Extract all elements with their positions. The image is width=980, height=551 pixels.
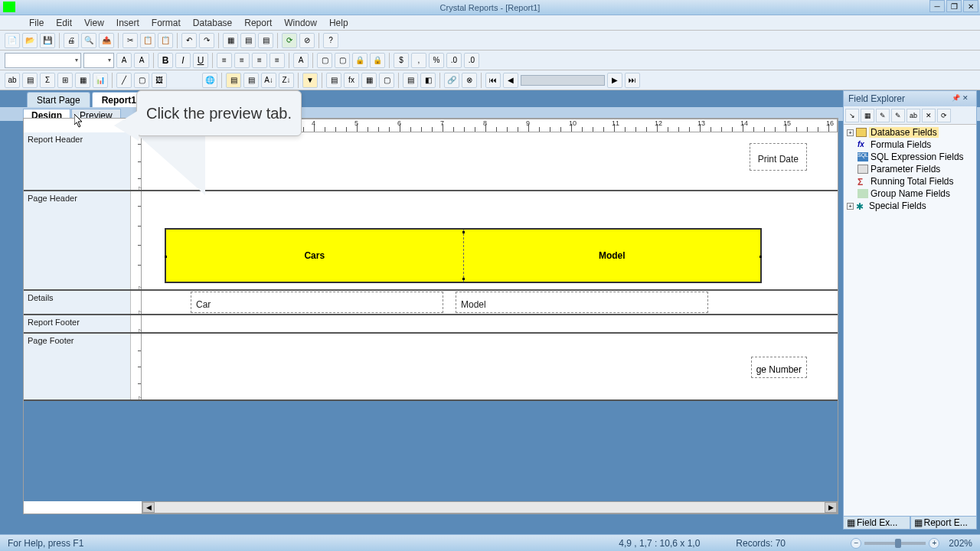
font-size-combo[interactable] — [83, 53, 114, 68]
group-expert-icon[interactable]: ▤ — [226, 73, 241, 88]
align-center-icon[interactable]: ≡ — [234, 53, 250, 68]
inc-decimal-icon[interactable]: .0 — [446, 53, 462, 68]
lock-format-icon[interactable]: 🔒 — [352, 53, 368, 68]
menu-help[interactable]: Help — [323, 16, 354, 30]
section-page-header[interactable]: Page Header ▷ Cars Model — [24, 191, 838, 291]
maximize-button[interactable]: ❐ — [946, 0, 962, 12]
insert-text-icon[interactable]: ab — [5, 73, 20, 88]
tab-report-explorer[interactable]: ▦ Report E... — [910, 516, 978, 530]
toggle-grid-icon[interactable]: ▦ — [223, 33, 238, 48]
insert-summary-icon[interactable]: Σ — [40, 73, 55, 88]
sort-expert-icon[interactable]: ▤ — [243, 73, 259, 88]
border-icon[interactable]: ▢ — [317, 53, 332, 68]
insert-box-icon[interactable]: ▢ — [134, 73, 149, 88]
tree-item[interactable]: SQLSQL Expression Fields — [845, 151, 975, 163]
nav-slider[interactable] — [521, 75, 605, 86]
menu-edit[interactable]: Edit — [50, 16, 78, 30]
thousands-icon[interactable]: , — [411, 53, 426, 68]
currency-icon[interactable]: $ — [394, 53, 409, 68]
rename-icon[interactable]: ab — [906, 109, 920, 122]
export-icon[interactable]: 📤 — [99, 33, 114, 48]
olap-expert-icon[interactable]: ▦ — [361, 73, 377, 88]
paste-icon[interactable]: 📋 — [158, 33, 173, 48]
tree-item[interactable]: Group Name Fields — [845, 187, 975, 200]
open-icon[interactable]: 📂 — [22, 33, 38, 48]
align-left-icon[interactable]: ≡ — [217, 53, 232, 68]
stop-icon[interactable]: ⊘ — [299, 33, 315, 48]
zoom-level[interactable]: 202% — [949, 538, 972, 549]
remove-icon[interactable]: ⊗ — [462, 73, 477, 88]
menu-view[interactable]: View — [78, 16, 110, 30]
tab-start-page[interactable]: Start Page — [27, 92, 90, 107]
field-tree[interactable]: +Database FieldsfxFormula FieldsSQLSQL E… — [844, 125, 976, 214]
tab-field-explorer[interactable]: ▦ Field Ex... — [843, 516, 910, 530]
browse-icon[interactable]: ▦ — [861, 109, 874, 122]
insert-chart-icon[interactable]: 📊 — [93, 73, 108, 88]
print-date-field[interactable]: Print Date — [750, 143, 807, 171]
tree-item[interactable]: +Database Fields — [845, 126, 975, 139]
highlight-expert-icon[interactable]: ◧ — [420, 73, 436, 88]
field-explorer-icon[interactable]: ▤ — [240, 33, 256, 48]
menu-report[interactable]: Report — [238, 16, 278, 30]
tree-item[interactable]: ΣRunning Total Fields — [845, 175, 975, 187]
insert-subreport-icon[interactable]: ▦ — [75, 73, 90, 88]
column-header-model[interactable]: Model — [464, 230, 761, 282]
zoom-out-icon[interactable]: − — [851, 538, 861, 549]
insert-picture-icon[interactable]: 🖼 — [152, 73, 167, 88]
close-button[interactable]: ✕ — [963, 0, 978, 12]
new-field-icon[interactable]: ✎ — [876, 109, 890, 122]
zoom-in-icon[interactable]: + — [929, 538, 939, 549]
align-justify-icon[interactable]: ≡ — [270, 53, 285, 68]
template-expert-icon[interactable]: ▢ — [379, 73, 394, 88]
align-right-icon[interactable]: ≡ — [252, 53, 267, 68]
cut-icon[interactable]: ✂ — [122, 33, 138, 48]
edit-field-icon[interactable]: ✎ — [891, 109, 905, 122]
nav-first-icon[interactable]: ⏮ — [485, 73, 501, 88]
scroll-right-icon[interactable]: ▶ — [825, 502, 837, 513]
section-expert-icon[interactable]: ▤ — [326, 73, 341, 88]
font-name-combo[interactable] — [5, 53, 81, 68]
close-icon[interactable]: ✕ — [962, 94, 972, 103]
delete-icon[interactable]: ✕ — [922, 109, 936, 122]
expand-icon[interactable]: + — [847, 129, 854, 136]
menu-window[interactable]: Window — [278, 16, 323, 30]
horizontal-scrollbar[interactable]: ◀ ▶ — [142, 501, 838, 514]
italic-icon[interactable]: I — [175, 53, 191, 68]
expand-icon[interactable]: + — [847, 203, 854, 210]
menu-insert[interactable]: Insert — [110, 16, 145, 30]
lock-size-icon[interactable]: 🔒 — [370, 53, 385, 68]
section-details[interactable]: Details ▷ Car Model — [24, 291, 838, 315]
bold-icon[interactable]: B — [158, 53, 173, 68]
underline-icon[interactable]: U — [193, 53, 208, 68]
tree-item[interactable]: +✱Special Fields — [845, 200, 975, 212]
select-expert-icon[interactable]: ▼ — [302, 73, 318, 88]
column-header-cars[interactable]: Cars — [166, 230, 464, 282]
section-page-footer[interactable]: Page Footer ▷ ge Number — [24, 334, 838, 401]
copy-icon[interactable]: 📋 — [140, 33, 155, 48]
menu-format[interactable]: Format — [145, 16, 187, 30]
undo-icon[interactable]: ↶ — [181, 33, 197, 48]
detail-field-car[interactable]: Car — [191, 292, 443, 313]
column-header-box[interactable]: Cars Model — [165, 228, 762, 283]
suppress-icon[interactable]: ▢ — [335, 53, 350, 68]
nav-last-icon[interactable]: ⏭ — [625, 73, 640, 88]
font-color-icon[interactable]: A — [293, 53, 309, 68]
field-explorer-titlebar[interactable]: Field Explorer 📌 ✕ — [844, 91, 976, 106]
formula-workshop-icon[interactable]: fx — [344, 73, 359, 88]
scroll-left-icon[interactable]: ◀ — [142, 502, 155, 513]
insert-crosstab-icon[interactable]: ⊞ — [57, 73, 73, 88]
zoom-slider[interactable] — [864, 542, 926, 545]
format-expert-icon[interactable]: ▤ — [403, 73, 418, 88]
dec-decimal-icon[interactable]: .0 — [464, 53, 479, 68]
new-icon[interactable]: 📄 — [5, 33, 20, 48]
decrease-font-icon[interactable]: A — [134, 53, 149, 68]
percent-icon[interactable]: % — [429, 53, 444, 68]
refresh-icon[interactable]: ⟳ — [282, 33, 297, 48]
nav-prev-icon[interactable]: ◀ — [503, 73, 518, 88]
detail-field-model[interactable]: Model — [456, 292, 708, 313]
page-number-field[interactable]: ge Number — [751, 357, 807, 378]
increase-font-icon[interactable]: A — [116, 53, 132, 68]
insert-hyperlink-icon[interactable]: 🔗 — [444, 73, 459, 88]
save-icon[interactable]: 💾 — [40, 33, 55, 48]
insert-line-icon[interactable]: ╱ — [116, 73, 132, 88]
